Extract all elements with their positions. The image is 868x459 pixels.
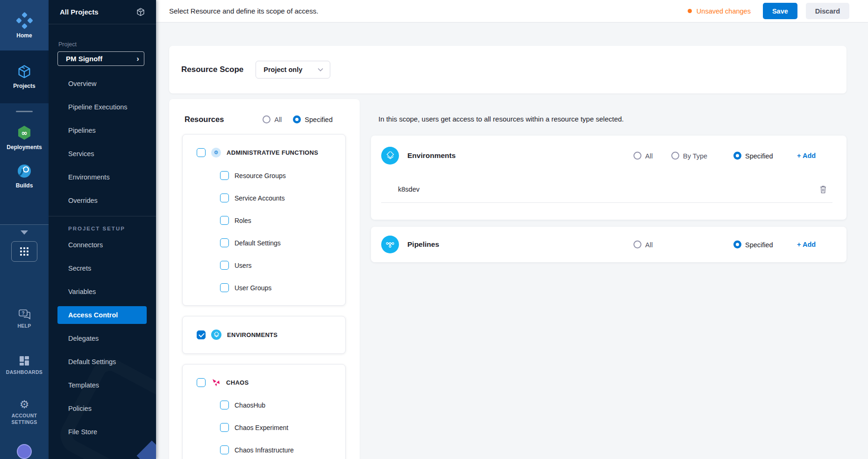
delete-item-button[interactable] <box>819 185 827 194</box>
sidebar-item-environments[interactable]: Environments <box>49 165 156 189</box>
rail-item-account-settings[interactable]: ⚙ ACCOUNT SETTINGS <box>6 399 43 425</box>
rail-item-builds[interactable]: Builds <box>16 163 33 189</box>
svg-text:∞: ∞ <box>21 129 27 137</box>
resource-child-chaos-experiment[interactable]: Chaos Experiment <box>183 423 345 432</box>
child-label: Chaos Experiment <box>235 424 288 431</box>
rail-item-deployments[interactable]: ∞ Deployments <box>7 124 42 151</box>
selected-scope-value: Project only <box>263 66 302 73</box>
checkbox[interactable] <box>220 171 229 180</box>
group-header[interactable]: ENVIRONMENTS <box>183 316 345 340</box>
checkbox[interactable] <box>220 238 229 247</box>
radio-selected-icon <box>733 152 741 160</box>
rail-item-help[interactable]: ? HELP <box>17 308 31 329</box>
scope-card-pipelines: Pipelines All Specified + A <box>371 227 847 262</box>
child-label: Default Settings <box>235 239 281 247</box>
env-specified-radio[interactable]: Specified <box>733 152 773 160</box>
resources-header: Resources All Specified <box>169 115 360 124</box>
project-field-label: Project <box>58 41 156 48</box>
rail-label: Deployments <box>7 144 42 151</box>
sidebar-item-secrets[interactable]: Secrets <box>49 257 156 280</box>
sidebar-item-services[interactable]: Services <box>49 142 156 165</box>
discard-button[interactable]: Discard <box>806 3 849 19</box>
rail-label: Projects <box>13 83 35 89</box>
environments-icon <box>211 330 221 340</box>
pipelines-all-radio[interactable]: All <box>633 241 653 249</box>
scope-card-header: Environments All By Type <box>371 136 847 176</box>
sidebar-item-access-control[interactable]: Access Control <box>57 306 147 324</box>
resources-specified-radio[interactable]: Specified <box>293 115 333 123</box>
pipelines-specified-radio[interactable]: Specified <box>733 241 773 249</box>
env-add-link[interactable]: + Add <box>797 152 816 159</box>
save-button[interactable]: Save <box>763 3 797 19</box>
rail-label: HELP <box>17 323 31 329</box>
rail-item-dashboards[interactable]: DASHBOARDS <box>6 355 43 375</box>
checkbox[interactable] <box>220 194 229 202</box>
checkbox[interactable] <box>220 401 229 409</box>
environments-type-icon <box>381 147 399 165</box>
radio-selected-icon <box>293 115 301 123</box>
project-cube-icon[interactable] <box>135 7 146 17</box>
admin-functions-checkbox[interactable] <box>197 148 206 157</box>
radio-label: Specified <box>305 116 333 123</box>
content-area: Resource Scope Project only Resources <box>156 22 868 459</box>
resource-child-service-accounts[interactable]: Service Accounts <box>183 194 345 202</box>
resource-child-chaos-infrastructure[interactable]: Chaos Infrastructure <box>183 445 345 454</box>
all-projects-link[interactable]: All Projects <box>60 8 99 16</box>
checkbox[interactable] <box>220 423 229 432</box>
checkbox[interactable] <box>220 261 229 270</box>
user-avatar[interactable] <box>17 444 32 459</box>
resources-title: Resources <box>185 115 224 124</box>
resource-child-roles[interactable]: Roles <box>183 216 345 225</box>
group-header[interactable]: CHAOS <box>183 365 345 387</box>
deployments-icon: ∞ <box>16 124 33 141</box>
sidebar-item-delegates[interactable]: Delegates <box>49 327 156 350</box>
help-chat-icon: ? <box>18 308 31 320</box>
radio-icon <box>633 241 641 249</box>
radio-selected-icon <box>733 241 741 249</box>
resource-scope-select[interactable]: Project only <box>256 61 330 79</box>
collapse-chevron-icon[interactable] <box>21 230 28 235</box>
env-bytype-radio[interactable]: By Type <box>671 152 707 160</box>
resource-child-chaoshub[interactable]: ChaosHub <box>183 401 345 409</box>
resource-child-resource-groups[interactable]: Resource Groups <box>183 171 345 180</box>
grid-icon <box>20 247 28 256</box>
admin-functions-icon: ⚙ <box>211 148 221 158</box>
rail-item-home[interactable]: Home <box>0 0 49 50</box>
rail-middle-section: ∞ Deployments Builds <box>0 103 49 225</box>
sidebar-item-connectors[interactable]: Connectors <box>49 233 156 257</box>
group-name: CHAOS <box>226 379 249 386</box>
unsaved-changes-label: Unsaved changes <box>697 7 751 15</box>
sidebar-item-overview[interactable]: Overview <box>49 72 156 95</box>
module-grid-button[interactable] <box>11 241 37 262</box>
child-label: ChaosHub <box>235 402 265 409</box>
resource-child-user-groups[interactable]: User Groups <box>183 283 345 292</box>
resource-scope-card: Resource Scope Project only <box>169 46 847 93</box>
checkbox[interactable] <box>220 283 229 292</box>
gear-icon: ⚙ <box>20 399 29 410</box>
group-header[interactable]: ⚙ ADMINISTRATIVE FUNCTIONS <box>183 135 345 158</box>
resource-child-users[interactable]: Users <box>183 261 345 270</box>
rail-label: Builds <box>16 182 33 189</box>
sidebar-item-overrides[interactable]: Overrides <box>49 189 156 212</box>
radio-label: All <box>645 152 653 159</box>
scope-card-environments: Environments All By Type <box>371 136 847 220</box>
checkbox[interactable] <box>220 445 229 454</box>
chaos-checkbox[interactable] <box>197 378 206 387</box>
rail-item-projects[interactable]: Projects <box>0 50 49 103</box>
resource-child-default-settings[interactable]: Default Settings <box>183 238 345 247</box>
project-selector[interactable]: PM Signoff › <box>57 51 144 66</box>
sidebar-item-variables[interactable]: Variables <box>49 280 156 303</box>
scope-detail-panel: In this scope, users get access to all r… <box>360 99 868 459</box>
environments-checkbox-checked[interactable] <box>197 330 206 339</box>
pipelines-add-link[interactable]: + Add <box>797 241 816 248</box>
sidebar-item-pipeline-executions[interactable]: Pipeline Executions <box>49 95 156 119</box>
rail-label: DASHBOARDS <box>6 369 43 375</box>
module-rail: Home Projects ∞ Deployments <box>0 0 49 459</box>
resources-all-radio[interactable]: All <box>263 115 282 123</box>
page-topbar: Select Resource and define its scope of … <box>156 0 868 22</box>
sidebar-header: All Projects <box>49 0 156 24</box>
rail-label: ACCOUNT SETTINGS <box>6 412 43 425</box>
sidebar-item-pipelines[interactable]: Pipelines <box>49 119 156 142</box>
checkbox[interactable] <box>220 216 229 225</box>
env-all-radio[interactable]: All <box>633 152 653 160</box>
